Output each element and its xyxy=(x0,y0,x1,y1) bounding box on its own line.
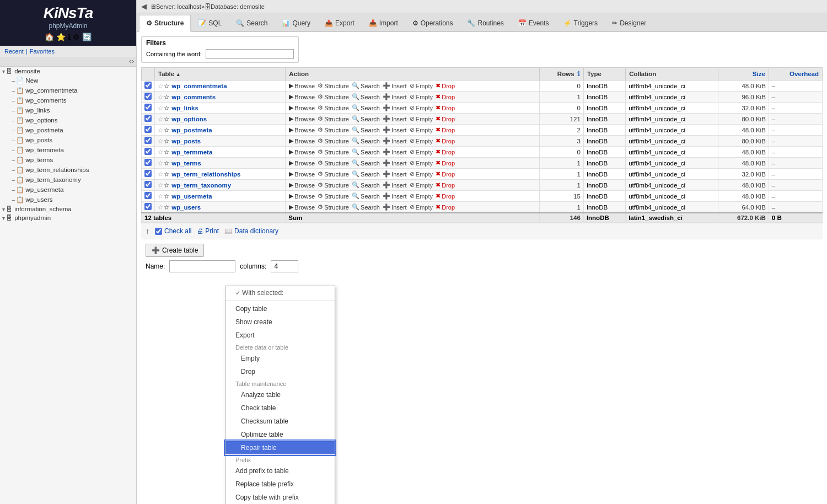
sidebar-item-wp_usermeta[interactable]: –📋 wp_usermeta xyxy=(0,185,136,195)
empty-link[interactable]: ⊘ Empty xyxy=(410,148,433,156)
insert-link[interactable]: ➕ Insert xyxy=(383,104,407,111)
settings-icon[interactable]: ⚙ xyxy=(73,33,80,41)
row-checkbox-7[interactable] xyxy=(144,159,152,166)
empty-link[interactable]: ⊘ Empty xyxy=(410,115,433,122)
sidebar-collapse-toggle[interactable]: ⇔ xyxy=(0,57,136,67)
th-table[interactable]: Table xyxy=(155,68,286,81)
drop-link[interactable]: ✖ Drop xyxy=(436,126,455,133)
tab-triggers[interactable]: ⚡Triggers xyxy=(556,15,605,31)
dropdown-item-export[interactable]: Export xyxy=(225,329,335,342)
dropdown-item-replace_table_prefix[interactable]: Replace table prefix xyxy=(225,478,335,491)
drop-link[interactable]: ✖ Drop xyxy=(436,192,455,200)
browse-link[interactable]: ▶ Browse xyxy=(289,148,315,156)
dropdown-item-analyze_table[interactable]: Analyze table xyxy=(225,388,335,401)
sidebar-item-demosite[interactable]: ▾🗄 demosite xyxy=(0,67,136,76)
dropdown-item-optimize_table[interactable]: Optimize table xyxy=(225,428,335,441)
dropdown-item-empty[interactable]: Empty xyxy=(225,352,335,365)
star-icon[interactable]: ☆ xyxy=(158,127,170,133)
row-checkbox-2[interactable] xyxy=(144,104,152,111)
table-name-input[interactable] xyxy=(169,260,235,272)
tab-routines[interactable]: 🔧Routines xyxy=(460,15,511,31)
search-link[interactable]: 🔍 Search xyxy=(352,170,380,178)
structure-link[interactable]: ⚙ Structure xyxy=(318,148,349,156)
refresh-icon[interactable]: 🔄 xyxy=(82,33,92,41)
structure-link[interactable]: ⚙ Structure xyxy=(318,159,349,167)
browse-link[interactable]: ▶ Browse xyxy=(289,115,315,122)
sidebar-item-wp_commentmeta[interactable]: –📋 wp_commentmeta xyxy=(0,85,136,95)
structure-link[interactable]: ⚙ Structure xyxy=(318,137,349,144)
sidebar-item-wp_users[interactable]: –📋 wp_users xyxy=(0,195,136,205)
structure-link[interactable]: ⚙ Structure xyxy=(318,181,349,189)
dropdown-item-copy_table_with_prefix[interactable]: Copy table with prefix xyxy=(225,491,335,504)
search-link[interactable]: 🔍 Search xyxy=(352,181,380,189)
table-name-link[interactable]: wp_commentmeta xyxy=(171,83,227,89)
drop-link[interactable]: ✖ Drop xyxy=(436,159,455,167)
star-icon[interactable]: ☆ xyxy=(158,149,170,156)
create-table-button[interactable]: ➕ Create table xyxy=(146,244,204,257)
table-name-link[interactable]: wp_postmeta xyxy=(171,127,212,133)
star-icon[interactable]: ☆ xyxy=(158,138,170,144)
star-icon[interactable]: ☆ xyxy=(158,182,170,189)
star-icon[interactable]: ⭐ xyxy=(56,33,66,41)
tab-import[interactable]: 📥Import xyxy=(362,15,405,31)
tab-query[interactable]: 📊Query xyxy=(275,15,318,31)
insert-link[interactable]: ➕ Insert xyxy=(383,115,407,122)
row-checkbox-1[interactable] xyxy=(144,93,152,100)
star-icon[interactable]: ☆ xyxy=(158,160,170,167)
tab-export[interactable]: 📤Export xyxy=(318,15,362,31)
empty-link[interactable]: ⊘ Empty xyxy=(410,137,433,144)
dropdown-item-repair_table[interactable]: Repair table xyxy=(225,441,335,454)
drop-link[interactable]: ✖ Drop xyxy=(436,104,455,111)
insert-link[interactable]: ➕ Insert xyxy=(383,181,407,189)
row-checkbox-10[interactable] xyxy=(144,192,152,199)
insert-link[interactable]: ➕ Insert xyxy=(383,126,407,133)
sidebar-item-wp_term_relationships[interactable]: –📋 wp_term_relationships xyxy=(0,165,136,175)
structure-link[interactable]: ⚙ Structure xyxy=(318,126,349,133)
search-link[interactable]: 🔍 Search xyxy=(352,137,380,144)
table-name-link[interactable]: wp_usermeta xyxy=(171,193,212,200)
drop-link[interactable]: ✖ Drop xyxy=(436,93,455,100)
sidebar-item-New[interactable]: –📄 New xyxy=(0,76,136,85)
browse-link[interactable]: ▶ Browse xyxy=(289,170,315,178)
drop-link[interactable]: ✖ Drop xyxy=(436,115,455,122)
browse-link[interactable]: ▶ Browse xyxy=(289,137,315,144)
sidebar-item-wp_links[interactable]: –📋 wp_links xyxy=(0,105,136,115)
table-name-link[interactable]: wp_termmeta xyxy=(171,149,212,156)
structure-link[interactable]: ⚙ Structure xyxy=(318,170,349,178)
empty-link[interactable]: ⊘ Empty xyxy=(410,82,433,89)
drop-link[interactable]: ✖ Drop xyxy=(436,203,455,211)
row-checkbox-3[interactable] xyxy=(144,115,152,122)
search-link[interactable]: 🔍 Search xyxy=(352,93,380,100)
empty-link[interactable]: ⊘ Empty xyxy=(410,192,433,200)
dropdown-item-drop[interactable]: Drop xyxy=(225,365,335,378)
browse-link[interactable]: ▶ Browse xyxy=(289,192,315,200)
insert-link[interactable]: ➕ Insert xyxy=(383,203,407,211)
table-name-link[interactable]: wp_comments xyxy=(171,94,216,100)
star-icon[interactable]: ☆ xyxy=(158,193,170,200)
info-icon[interactable]: ℹ xyxy=(68,33,71,41)
star-icon[interactable]: ☆ xyxy=(158,83,170,89)
search-link[interactable]: 🔍 Search xyxy=(352,104,380,111)
back-button[interactable]: ◀ xyxy=(141,2,147,10)
tab-operations[interactable]: ⚙Operations xyxy=(405,15,460,31)
insert-link[interactable]: ➕ Insert xyxy=(383,192,407,200)
insert-link[interactable]: ➕ Insert xyxy=(383,170,407,178)
star-icon[interactable]: ☆ xyxy=(158,116,170,122)
drop-link[interactable]: ✖ Drop xyxy=(436,148,455,156)
drop-link[interactable]: ✖ Drop xyxy=(436,137,455,144)
star-icon[interactable]: ☆ xyxy=(158,105,170,111)
search-link[interactable]: 🔍 Search xyxy=(352,203,380,211)
columns-input[interactable] xyxy=(271,260,298,272)
browse-link[interactable]: ▶ Browse xyxy=(289,181,315,189)
table-name-link[interactable]: wp_links xyxy=(171,105,198,111)
empty-link[interactable]: ⊘ Empty xyxy=(410,181,433,189)
row-checkbox-11[interactable] xyxy=(144,203,152,210)
table-name-link[interactable]: wp_term_relationships xyxy=(171,171,240,178)
empty-link[interactable]: ⊘ Empty xyxy=(410,93,433,100)
filter-input[interactable] xyxy=(206,49,294,59)
structure-link[interactable]: ⚙ Structure xyxy=(318,203,349,211)
tab-sql[interactable]: 📝SQL xyxy=(191,15,229,31)
sidebar-item-wp_options[interactable]: –📋 wp_options xyxy=(0,115,136,125)
print-link[interactable]: 🖨 Print xyxy=(197,227,219,235)
search-link[interactable]: 🔍 Search xyxy=(352,82,380,89)
